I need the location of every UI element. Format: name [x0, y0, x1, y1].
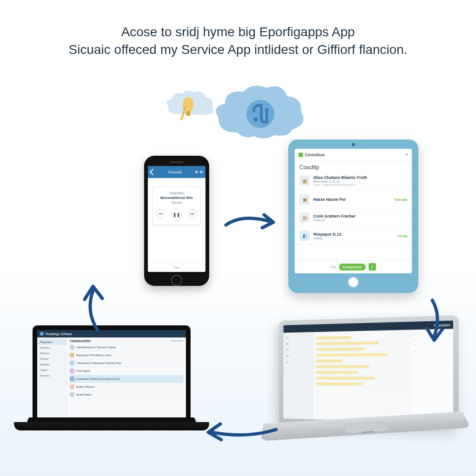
sidebar-item[interactable]: ▭ — [284, 358, 313, 365]
table-row[interactable]: Otkrelthesfrasm Rasoart Todkey· · · — [70, 344, 183, 351]
list-thumb-icon: ▦ — [299, 176, 310, 186]
row-icon — [70, 384, 74, 389]
cloud-cluster — [163, 81, 311, 151]
table-row[interactable]: · — [316, 381, 407, 387]
tablet-home-button[interactable] — [348, 277, 358, 287]
row-icon — [70, 392, 74, 397]
back-icon[interactable] — [150, 169, 156, 175]
laptop-silver-sidebar: ▭ ▭ ▭ ▭ ▭ — [284, 332, 313, 419]
diagram-stage: Poecsits Intracethe Booseatitenst Wio It… — [0, 0, 476, 476]
list-item-title: Cook Grattern Frecber — [313, 214, 403, 218]
list-item-sub: Cereron — [313, 218, 403, 222]
laptop-dark-body: Phgoners Orenent Ratione Rissan Efceare … — [37, 337, 186, 418]
list-item-sub: Refechtatt 5.28.14 — [313, 180, 403, 183]
tablet-brand-icon — [298, 152, 303, 157]
laptop-dark-main: Cilttalbretitter Nbeonere Otkrelthesfras… — [67, 337, 186, 418]
phone-screen: Poecsits Intracethe Booseatitenst Wio It… — [148, 166, 205, 272]
table-row[interactable]: · — [316, 375, 407, 381]
laptop-dark-sidebar: Phgoners Orenent Ratione Rissan Efceare … — [37, 337, 67, 418]
smartphone-device: Poecsits Intracethe Booseatitenst Wio It… — [144, 156, 209, 286]
list-thumb-icon: ▣ — [299, 194, 310, 205]
laptop-dark-section-header: Cilttalbretitter Nbeonere — [70, 339, 183, 343]
sidebar-item[interactable]: ▭ — [284, 340, 313, 347]
sidebar-item[interactable]: ▭ — [284, 334, 313, 340]
row-label: Ffrel Dattra — [76, 370, 178, 372]
list-item-meta: Mear Thrighotutare lacting terrs — [313, 183, 403, 186]
panel-line: — — [413, 355, 451, 359]
laptop-dark-titlebar: Roalartgo Griftase — [37, 330, 186, 337]
tablet-footer-action[interactable]: Edragerarier — [339, 264, 366, 271]
phone-card-title: Booseatitenst Wio — [157, 196, 197, 200]
phone-speaker — [170, 161, 184, 163]
laptop-dark-screen: Roalartgo Griftase Phgoners Orenent Rati… — [37, 330, 186, 418]
data-cloud-icon — [209, 81, 307, 146]
tablet-footer: For Edragerarier ✓ — [295, 260, 412, 273]
tablet-section-title: Coscltip — [295, 161, 412, 172]
close-icon[interactable]: × — [405, 152, 408, 158]
phone-now-playing-card: Intracethe Booseatitenst Wio Itfyetad ↤ … — [152, 186, 201, 225]
laptop-silver-main: · · · · · · · · · — [313, 330, 410, 422]
list-item[interactable]: ▣ Hasse Haune Por Esarealt — [295, 191, 412, 209]
section-sub: Nbeonere — [171, 339, 183, 343]
tablet-camera — [352, 143, 355, 146]
list-item[interactable]: ▦ Shoa Chattare Bibertic Fruth Refechtat… — [295, 172, 412, 191]
previous-icon[interactable]: ↤ — [157, 209, 165, 219]
list-item[interactable]: ◧ Rospepor D.13 Hulldg Ceryig — [295, 227, 412, 245]
list-item-tag: Ceryig — [397, 234, 407, 238]
list-item-tag: Esarealt — [395, 198, 407, 201]
row-label: Oleacadens Pataerteal Oatirdig Nice — [76, 362, 178, 364]
sidebar-item[interactable]: Soroent — [37, 373, 66, 378]
row-meta: · · · — [179, 393, 183, 396]
table-row[interactable]: Sinetl Rallon· · · — [70, 391, 183, 399]
list-item[interactable]: ▤ Cook Grattern Frecber Cereron — [295, 209, 412, 227]
phone-card-eyebrow: Intracethe — [157, 192, 197, 195]
tablet-header: Coutaleas × — [295, 149, 412, 161]
phone-home-button[interactable] — [171, 275, 182, 286]
panel-line: — — [413, 349, 451, 354]
table-row[interactable]: · — [316, 357, 407, 364]
sidebar-item[interactable]: Orenent — [37, 345, 66, 350]
svg-rect-1 — [186, 111, 191, 116]
sidebar-item[interactable]: Rissan — [37, 356, 66, 362]
laptop-dark-device: Roalartgo Griftase Phgoners Orenent Rati… — [14, 325, 209, 456]
table-row[interactable]: · — [316, 370, 407, 376]
row-icon — [70, 345, 74, 350]
arrow-laptop-to-phone-icon — [74, 284, 112, 335]
table-row[interactable]: Oleacadens Pataerteal Oatirdig Nice· · · — [70, 359, 183, 367]
row-icon — [70, 377, 74, 381]
list-item-title: Hasse Haune Por — [313, 197, 391, 202]
table-row[interactable]: Ffrel Dattra· · · — [70, 367, 183, 375]
check-icon[interactable]: ✓ — [369, 263, 376, 271]
table-row[interactable]: Rapatkess Prentilessol Heor· · · — [70, 351, 183, 359]
row-label: Sinetl Rallon — [76, 393, 178, 396]
sidebar-item[interactable]: Phgoners — [37, 339, 66, 345]
row-meta: · · · — [179, 346, 183, 349]
tablet-footer-left: For — [331, 265, 336, 269]
sidebar-item[interactable]: ▭ — [284, 352, 313, 359]
arrow-tablet-to-laptop-icon — [418, 298, 451, 344]
laptop-dark-keyboard — [27, 417, 197, 422]
svg-point-3 — [253, 117, 258, 122]
row-icon — [70, 353, 74, 357]
sidebar-item[interactable]: Efceare — [37, 362, 66, 367]
table-row[interactable]: · — [316, 364, 407, 370]
play-pause-icon[interactable]: ❚❚ — [172, 209, 182, 221]
phone-topbar-title: Poecsits — [168, 170, 182, 174]
list-item-title: Shoa Chattare Bibertic Fruth — [313, 175, 403, 180]
row-meta: · · · — [179, 370, 183, 372]
app-logo-icon — [40, 332, 44, 336]
list-thumb-icon: ◧ — [299, 231, 310, 241]
tablet-list: ▦ Shoa Chattare Bibertic Fruth Refechtat… — [295, 172, 412, 260]
row-label: Aneskeas Prablontforea DesTositny — [76, 377, 178, 380]
phone-topbar: Poecsits — [148, 166, 205, 178]
row-icon — [70, 361, 74, 365]
next-icon[interactable]: ↦ — [188, 209, 197, 219]
sidebar-item[interactable]: ▭ — [284, 346, 313, 353]
row-icon — [70, 369, 74, 373]
sidebar-item[interactable]: Ratione — [37, 350, 66, 356]
row-meta: · · · — [179, 377, 183, 380]
table-row[interactable]: Aneskeas Prablontforea DesTositny· · · — [70, 375, 183, 383]
phone-card-subtitle: Itfyetad — [157, 201, 197, 204]
sidebar-item[interactable]: Otaen — [37, 367, 66, 373]
table-row[interactable]: Buttint Ofistom· · · — [70, 383, 183, 391]
